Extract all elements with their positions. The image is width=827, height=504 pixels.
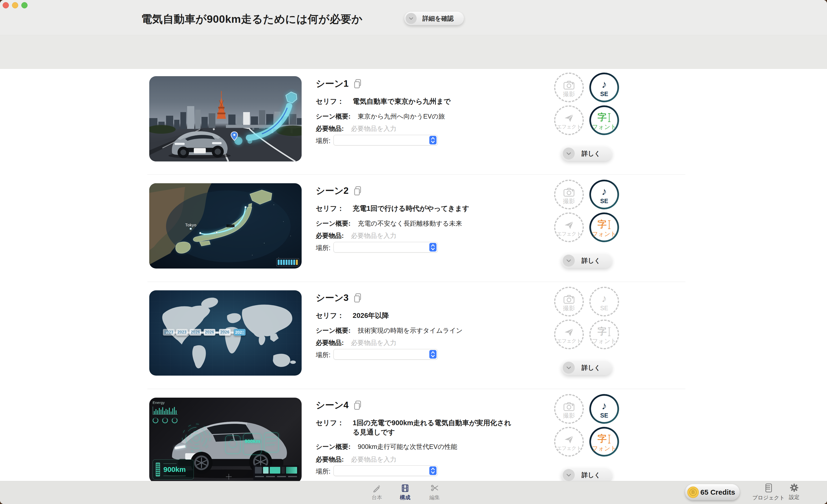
scene-details-label: 詳しく bbox=[575, 471, 612, 479]
scene-details-button[interactable]: 詳しく bbox=[561, 360, 612, 375]
font-button[interactable]: 字 フォント bbox=[589, 105, 619, 135]
copy-icon[interactable] bbox=[353, 186, 362, 197]
shoot-button[interactable]: 撮影 bbox=[554, 287, 584, 316]
energy-hud-panel: Energy bbox=[153, 401, 178, 423]
items-label: 必要物品: bbox=[316, 455, 344, 464]
battery-indicator bbox=[276, 258, 299, 266]
shoot-button[interactable]: 撮影 bbox=[554, 72, 584, 102]
font-button[interactable]: 字 フォント bbox=[589, 212, 619, 242]
copy-icon[interactable] bbox=[353, 400, 362, 411]
effect-label: エフェクト bbox=[557, 445, 581, 452]
range-value: 900km bbox=[163, 465, 191, 473]
location-select[interactable] bbox=[334, 135, 438, 145]
effect-button[interactable]: エフェクト bbox=[554, 105, 584, 135]
pencil-icon bbox=[373, 489, 381, 493]
font-label: フォント bbox=[592, 123, 617, 131]
scene-title: シーン4 bbox=[316, 399, 349, 411]
font-button[interactable]: 字 フォント bbox=[589, 319, 619, 349]
camera-icon bbox=[564, 291, 575, 304]
scene-details-button[interactable]: 詳しく bbox=[561, 467, 612, 481]
scene-4-thumbnail[interactable]: Energy 900km ─────── 900km ──────────── bbox=[149, 398, 302, 481]
se-button[interactable]: ♪ SE bbox=[589, 394, 619, 424]
tab-script-label: 台本 bbox=[372, 494, 382, 501]
effect-button[interactable]: エフェクト bbox=[554, 427, 584, 457]
chevron-down-icon bbox=[563, 469, 575, 481]
font-glyph-icon: 字 bbox=[597, 432, 611, 444]
film-icon bbox=[401, 489, 409, 493]
effect-button[interactable]: エフェクト bbox=[554, 212, 584, 242]
shoot-label: 撮影 bbox=[563, 411, 575, 419]
font-glyph-icon: 字 bbox=[597, 324, 611, 337]
select-stepper-icon bbox=[429, 243, 437, 252]
shoot-button[interactable]: 撮影 bbox=[554, 394, 584, 424]
select-stepper-icon bbox=[429, 350, 437, 359]
details-confirm-label: 詳細を確認 bbox=[417, 14, 464, 23]
scene-2-thumbnail[interactable]: Tokyo bbox=[149, 183, 302, 268]
copy-icon[interactable] bbox=[353, 79, 362, 90]
font-button[interactable]: 字 フォント bbox=[589, 427, 619, 457]
tab-edit[interactable]: 編集 bbox=[429, 484, 440, 501]
chevron-down-icon bbox=[563, 255, 575, 267]
items-input[interactable]: 必要物品を入力 bbox=[351, 232, 396, 240]
close-window-button[interactable] bbox=[3, 2, 9, 8]
tab-script[interactable]: 台本 bbox=[372, 484, 382, 501]
chevron-down-icon bbox=[563, 362, 575, 374]
font-label: フォント bbox=[592, 337, 617, 345]
shoot-button[interactable]: 撮影 bbox=[554, 180, 584, 209]
project-list-icon bbox=[765, 489, 772, 494]
door-hud-value: 900km bbox=[245, 438, 260, 444]
items-input[interactable]: 必要物品を入力 bbox=[351, 455, 396, 464]
project-button[interactable]: プロジェクト bbox=[752, 483, 785, 501]
tab-composition[interactable]: 構成 bbox=[400, 484, 410, 501]
overview-text: 充電の不安なく長距離移動する未来 bbox=[358, 219, 462, 228]
serif-text: 電気自動車で東京から九州まで bbox=[353, 97, 451, 106]
se-label: SE bbox=[600, 412, 608, 419]
location-select[interactable] bbox=[334, 242, 438, 252]
settings-button[interactable]: 設定 bbox=[789, 483, 799, 501]
paper-plane-icon bbox=[564, 324, 574, 337]
paper-plane-icon bbox=[564, 217, 574, 230]
paper-plane-icon bbox=[564, 110, 574, 123]
year-badge-highlighted: 202▯ bbox=[234, 329, 246, 336]
serif-text: 充電1回で行ける時代がやってきます bbox=[353, 204, 469, 213]
energy-legend-panel bbox=[253, 465, 299, 480]
font-label: フォント bbox=[592, 230, 617, 238]
minimize-window-button[interactable] bbox=[12, 2, 18, 8]
items-label: 必要物品: bbox=[316, 124, 344, 133]
scissors-icon bbox=[431, 489, 439, 493]
scene-details-button[interactable]: 詳しく bbox=[561, 253, 612, 268]
scene-details-label: 詳しく bbox=[575, 364, 612, 372]
tokyo-map-label: Tokyo bbox=[185, 223, 196, 228]
location-select[interactable] bbox=[334, 349, 438, 360]
copy-icon[interactable] bbox=[353, 293, 362, 304]
credits-button[interactable]: B 65 Credits bbox=[685, 484, 739, 500]
scene-card-3: 2023 2023 2026 2026 2026 202▯ シーン3 セリフ：2… bbox=[0, 290, 827, 393]
location-label: 場所: bbox=[316, 137, 331, 145]
se-button[interactable]: ♪ SE bbox=[589, 287, 619, 316]
items-input[interactable]: 必要物品を入力 bbox=[351, 124, 396, 133]
camera-icon bbox=[564, 77, 575, 90]
scene-title: シーン1 bbox=[316, 78, 349, 90]
page-title: 電気自動車が900km走るためには何が必要か bbox=[141, 12, 363, 27]
location-select[interactable] bbox=[334, 465, 438, 476]
zoom-window-button[interactable] bbox=[21, 2, 28, 8]
scene-details-button[interactable]: 詳しく bbox=[561, 146, 612, 161]
music-note-icon: ♪ bbox=[601, 292, 607, 304]
items-input[interactable]: 必要物品を入力 bbox=[351, 339, 396, 347]
scene-3-thumbnail[interactable]: 2023 2023 2026 2026 2026 202▯ bbox=[149, 290, 302, 375]
se-button[interactable]: ♪ SE bbox=[589, 72, 619, 102]
scene-1-thumbnail[interactable] bbox=[149, 76, 302, 161]
tab-composition-label: 構成 bbox=[400, 494, 410, 501]
year-badge: 2026 bbox=[190, 329, 201, 336]
music-note-icon: ♪ bbox=[601, 399, 607, 411]
details-confirm-button[interactable]: 詳細を確認 bbox=[404, 12, 464, 25]
scene-details-label: 詳しく bbox=[575, 257, 612, 265]
se-button[interactable]: ♪ SE bbox=[589, 180, 619, 209]
effect-button[interactable]: エフェクト bbox=[554, 319, 584, 349]
overview-text: 900km走行可能な次世代EVの性能 bbox=[358, 443, 457, 451]
credits-label: 65 Credits bbox=[699, 488, 739, 496]
year-badge: 2023 bbox=[176, 329, 188, 336]
font-glyph-icon: 字 bbox=[597, 217, 611, 230]
scene-title: シーン3 bbox=[316, 292, 349, 304]
app-window: 電気自動車が900km走るためには何が必要か 詳細を確認 撮影場所フィルター A… bbox=[0, 0, 827, 504]
